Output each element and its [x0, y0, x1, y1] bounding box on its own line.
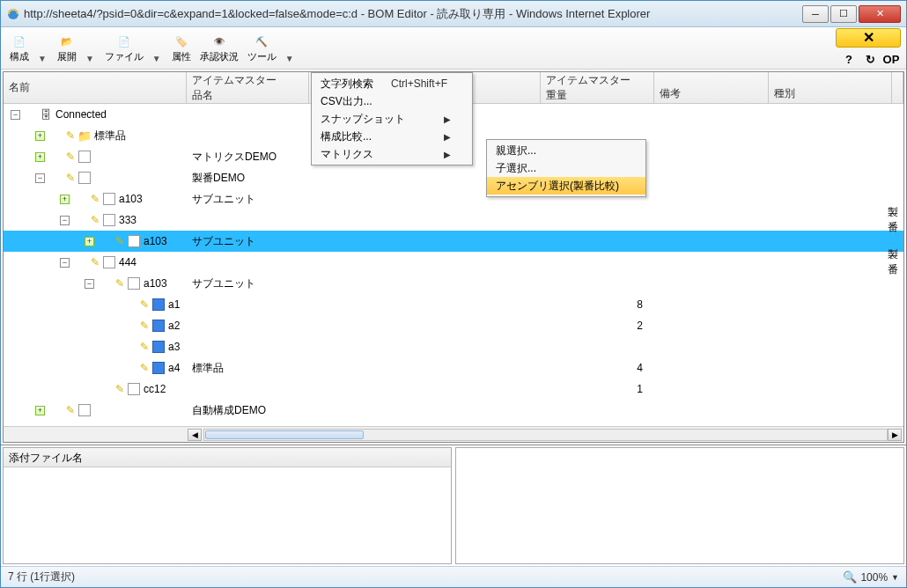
- col-name[interactable]: 名前: [4, 72, 187, 103]
- close-button[interactable]: ✕: [859, 5, 901, 23]
- toolbar: 📄構成▼ 📂展開▼ 📄ファイル▼ 🏷️属性 👁️承認状況 ⛏️ツール▼ ✕ ? …: [1, 27, 906, 70]
- menu-item[interactable]: マトリクス▶: [312, 145, 472, 163]
- submenu-arrow-icon: ▶: [444, 132, 451, 142]
- attachment-header[interactable]: 添付ファイル名: [4, 448, 451, 467]
- expand-icon[interactable]: [85, 237, 94, 246]
- doc-icon: [78, 172, 91, 184]
- menu-item[interactable]: 構成比較...▶: [312, 128, 472, 145]
- help-button[interactable]: ?: [839, 51, 859, 69]
- expand-icon[interactable]: [35, 131, 45, 141]
- edit-icon: ✎: [64, 404, 77, 416]
- menu-item[interactable]: CSV出力...: [312, 92, 472, 110]
- doc-icon: [103, 193, 115, 205]
- tb-attributes[interactable]: 🏷️属性: [168, 31, 195, 65]
- edit-icon: ✎: [138, 362, 151, 374]
- submenu-arrow-icon: ▶: [444, 150, 451, 159]
- minimize-button[interactable]: ─: [802, 5, 829, 23]
- tb-file[interactable]: 📄ファイル: [101, 31, 147, 65]
- tree-row[interactable]: ✎a3: [4, 336, 903, 357]
- chevron-down-icon[interactable]: ▼: [34, 54, 50, 63]
- doc-icon: [128, 383, 140, 395]
- zoom-icon: 🔍: [843, 570, 857, 584]
- row-label: a103: [144, 277, 167, 290]
- edit-icon: ✎: [64, 129, 77, 142]
- collapse-icon[interactable]: [60, 258, 70, 268]
- tb-approval[interactable]: 👁️承認状況: [196, 31, 242, 65]
- tree-row[interactable]: ✎製番DEMO: [4, 167, 903, 188]
- row-label: a103: [119, 193, 143, 205]
- refresh-button[interactable]: ↻: [860, 51, 880, 69]
- chevron-down-icon[interactable]: ▼: [82, 54, 98, 63]
- edit-icon: ✎: [89, 193, 101, 205]
- maximize-button[interactable]: ☐: [830, 5, 857, 23]
- edit-icon: ✎: [114, 277, 126, 290]
- edit-icon: ✎: [89, 214, 101, 226]
- tools-dropdown: 文字列検索Ctrl+Shift+FCSV出力...スナップショット▶構成比較..…: [311, 72, 473, 165]
- tree-row[interactable]: ✎a103サブユニット: [4, 231, 903, 252]
- row-label: a1: [168, 298, 180, 311]
- scroll-left-button[interactable]: ◀: [188, 429, 202, 441]
- edit-icon: ✎: [89, 256, 101, 268]
- edit-icon: ✎: [114, 235, 126, 247]
- tree-row[interactable]: ✎自動構成DEMO: [4, 400, 903, 421]
- horizontal-scrollbar[interactable]: ◀ ▶: [4, 426, 903, 442]
- tree-row[interactable]: ✎a22: [4, 315, 903, 336]
- app-window: http://sheeta4/?psid=0&dir=c&expand=1&lo…: [0, 0, 907, 588]
- row-label: a3: [168, 341, 180, 353]
- window-buttons: ─ ☐ ✕: [802, 5, 901, 23]
- tb-structure[interactable]: 📄構成: [6, 31, 33, 65]
- doc-icon: [103, 214, 115, 226]
- blue-icon: [152, 341, 165, 353]
- tree-row[interactable]: ✎444製番: [4, 252, 903, 273]
- collapse-icon[interactable]: [60, 216, 70, 225]
- titlebar: http://sheeta4/?psid=0&dir=c&expand=1&lo…: [1, 1, 906, 27]
- attachment-pane: 添付ファイル名: [3, 447, 452, 564]
- row-label: Connected: [55, 108, 107, 121]
- doc-icon: [78, 151, 91, 163]
- menu-item[interactable]: 文字列検索Ctrl+Shift+F: [312, 75, 472, 92]
- tree-row[interactable]: ✎a18: [4, 294, 903, 315]
- tb-expand[interactable]: 📂展開: [54, 31, 80, 65]
- close-yellow-button[interactable]: ✕: [836, 28, 901, 48]
- menu-item[interactable]: 子選択...: [487, 159, 645, 177]
- op-button[interactable]: OP: [881, 51, 901, 69]
- row-label: cc12: [144, 383, 166, 395]
- tree-row[interactable]: ✎a4標準品4: [4, 357, 903, 379]
- doc-icon: [78, 404, 91, 416]
- col-master2[interactable]: アイテムマスター 重量: [541, 72, 654, 103]
- chevron-down-icon[interactable]: ▼: [891, 573, 899, 582]
- menu-item[interactable]: アセンブリ選択(製番比較): [487, 177, 645, 195]
- expand-icon[interactable]: [35, 406, 45, 415]
- chevron-down-icon[interactable]: ▼: [282, 54, 298, 63]
- collapse-icon[interactable]: [11, 110, 20, 120]
- window-title: http://sheeta4/?psid=0&dir=c&expand=1&lo…: [24, 6, 802, 22]
- tree-row[interactable]: ✎cc121: [4, 379, 903, 400]
- collapse-icon[interactable]: [85, 279, 94, 289]
- help-buttons: ? ↻ OP: [839, 51, 901, 69]
- compare-submenu: 親選択...子選択...アセンブリ選択(製番比較): [486, 139, 646, 197]
- tree-row[interactable]: ✎a103サブユニット: [4, 273, 903, 294]
- doc-icon: [103, 256, 115, 268]
- expand-icon[interactable]: [60, 195, 70, 204]
- chevron-down-icon[interactable]: ▼: [149, 54, 165, 63]
- scroll-thumb[interactable]: [205, 430, 364, 439]
- doc-icon: [128, 277, 140, 290]
- row-label: a4: [168, 362, 180, 374]
- menu-item[interactable]: スナップショット▶: [312, 110, 472, 128]
- edit-icon: ✎: [64, 151, 77, 163]
- col-master1[interactable]: アイテムマスター 品名: [187, 72, 309, 103]
- blue-icon: [152, 298, 165, 311]
- status-text: 7 行 (1行選択): [8, 570, 75, 584]
- menu-item[interactable]: 親選択...: [487, 142, 645, 159]
- col-note[interactable]: 備考: [654, 72, 768, 103]
- expand-icon[interactable]: [35, 152, 45, 162]
- collapse-icon[interactable]: [35, 173, 45, 183]
- zoom-control[interactable]: 🔍 100% ▼: [843, 570, 899, 584]
- tb-tools[interactable]: ⛏️ツール: [244, 31, 280, 65]
- col-type[interactable]: 種別: [769, 72, 892, 103]
- tree-row[interactable]: ✎333製番: [4, 209, 903, 231]
- tree-row[interactable]: ✎a103サブユニット: [4, 188, 903, 209]
- blue-icon: [152, 320, 165, 332]
- row-label: 444: [119, 256, 136, 268]
- scroll-right-button[interactable]: ▶: [888, 429, 902, 441]
